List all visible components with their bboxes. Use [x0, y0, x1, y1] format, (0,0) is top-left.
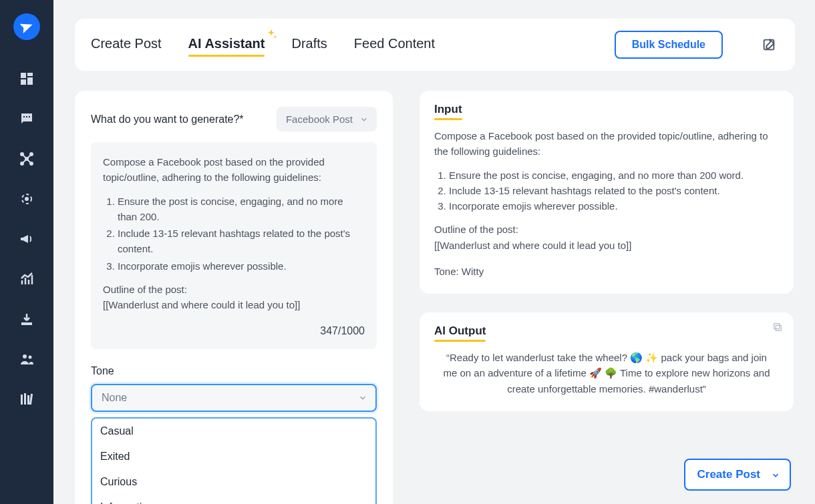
- tab-ai-assistant[interactable]: AI Assistant: [188, 36, 265, 54]
- ai-output-card: AI Output “Ready to let wanderlust take …: [420, 312, 794, 411]
- network-icon[interactable]: [17, 150, 36, 168]
- prompt-outline-label: Outline of the post:: [103, 282, 365, 297]
- compose-icon[interactable]: [759, 35, 779, 55]
- input-item: Incorporate emojis wherever possible.: [449, 198, 779, 214]
- dashboard-icon[interactable]: [17, 69, 36, 88]
- chevron-down-icon: [771, 470, 780, 479]
- prompt-textarea[interactable]: Compose a Facebook post based on the pro…: [91, 142, 377, 349]
- users-icon[interactable]: [17, 350, 36, 368]
- topbar: Create Post AI Assistant Drafts Feed Con…: [75, 19, 795, 71]
- sparkle-icon: [265, 28, 278, 45]
- generator-card: What do you want to generate?* Facebook …: [75, 91, 393, 504]
- megaphone-icon[interactable]: [17, 230, 36, 248]
- svg-rect-27: [27, 395, 29, 405]
- tone-label: Tone: [91, 365, 377, 377]
- svg-rect-22: [21, 322, 32, 325]
- chevron-down-icon: [358, 393, 367, 403]
- bulk-schedule-button[interactable]: Bulk Schedule: [615, 31, 723, 59]
- tone-dropdown: Casual Exited Curious Informative Sarcas…: [91, 417, 377, 504]
- svg-line-15: [27, 159, 31, 164]
- ai-output-title: AI Output: [434, 324, 486, 340]
- tone-option-curious[interactable]: Curious: [92, 469, 375, 495]
- input-item: Include 13-15 relevant hashtags related …: [449, 183, 779, 198]
- tab-feed-content[interactable]: Feed Content: [354, 36, 435, 54]
- target-icon[interactable]: [17, 190, 36, 208]
- input-title: Input: [434, 103, 462, 119]
- prompt-intro: Compose a Facebook post based on the pro…: [103, 154, 365, 186]
- logo-icon: [13, 13, 40, 40]
- chevron-down-icon: [359, 115, 369, 124]
- svg-rect-4: [23, 116, 25, 117]
- svg-rect-6: [29, 116, 30, 117]
- svg-rect-2: [27, 77, 33, 85]
- svg-rect-30: [776, 325, 781, 330]
- svg-rect-0: [21, 73, 26, 78]
- svg-rect-1: [27, 73, 33, 76]
- svg-line-14: [22, 159, 27, 164]
- sidebar: [0, 0, 53, 504]
- tone-value: None: [102, 392, 127, 403]
- svg-line-12: [22, 154, 27, 159]
- tab-create-post[interactable]: Create Post: [91, 36, 162, 54]
- comments-icon[interactable]: [17, 109, 36, 128]
- prompt-outline-value: [[Wanderlust and where could it lead you…: [103, 297, 365, 312]
- svg-rect-31: [774, 324, 780, 329]
- tone-option-exited[interactable]: Exited: [92, 444, 375, 469]
- copy-icon[interactable]: [772, 322, 783, 332]
- tab-drafts[interactable]: Drafts: [291, 36, 327, 54]
- input-card: Input Compose a Facebook post based on t…: [420, 91, 794, 294]
- svg-point-23: [23, 354, 27, 358]
- svg-rect-26: [24, 393, 26, 405]
- input-intro: Compose a Facebook post based on the pro…: [434, 128, 779, 160]
- input-tone: Tone: Witty: [434, 264, 779, 279]
- prompt-item: Incorporate emojis wherever possible.: [118, 258, 365, 274]
- generate-label: What do you want to generate?*: [91, 113, 244, 125]
- post-type-select[interactable]: Facebook Post: [277, 107, 377, 132]
- ai-output-text: “Ready to let wanderlust take the wheel?…: [434, 350, 779, 397]
- prompt-list: Ensure the post is concise, engaging, an…: [118, 194, 365, 274]
- tab-label: AI Assistant: [188, 36, 265, 51]
- input-outline-label: Outline of the post:: [434, 222, 779, 237]
- svg-rect-28: [29, 394, 33, 405]
- download-icon[interactable]: [17, 310, 36, 328]
- tone-select[interactable]: None: [91, 384, 377, 412]
- svg-rect-3: [21, 79, 26, 85]
- input-item: Ensure the post is concise, engaging, an…: [449, 168, 779, 183]
- svg-rect-25: [21, 395, 23, 405]
- create-post-button[interactable]: Create Post: [684, 459, 791, 491]
- svg-line-13: [27, 154, 31, 159]
- svg-point-17: [25, 198, 28, 200]
- create-post-label: Create Post: [697, 468, 760, 481]
- svg-rect-5: [26, 116, 27, 117]
- prompt-item: Include 13-15 relevant hashtags related …: [118, 226, 365, 257]
- input-list: Ensure the post is concise, engaging, an…: [449, 168, 779, 214]
- chart-icon[interactable]: [17, 270, 36, 288]
- svg-point-24: [29, 356, 32, 359]
- char-count: 347/1000: [103, 323, 365, 340]
- prompt-item: Ensure the post is concise, engaging, an…: [118, 194, 365, 225]
- library-icon[interactable]: [17, 390, 36, 409]
- post-type-value: Facebook Post: [286, 113, 353, 125]
- input-outline-value: [[Wanderlust and where could it lead you…: [434, 238, 779, 253]
- tone-option-casual[interactable]: Casual: [92, 419, 375, 444]
- tone-option-informative[interactable]: Informative: [92, 495, 375, 504]
